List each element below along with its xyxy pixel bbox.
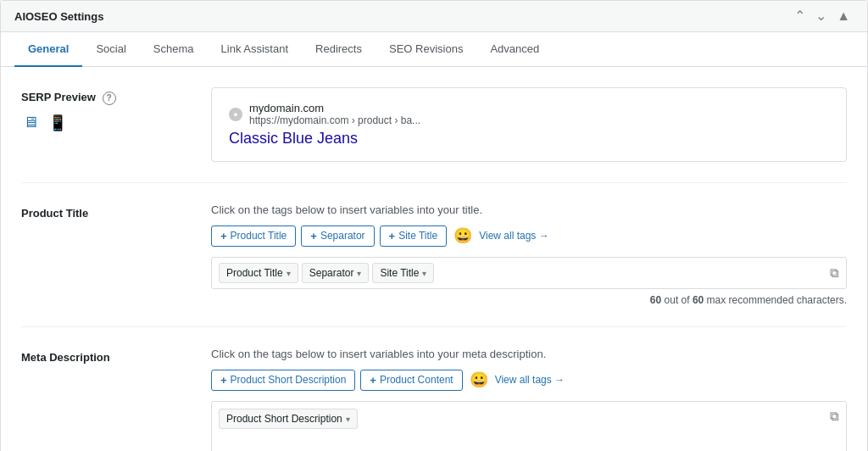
- serp-domain: mydomain.com: [249, 102, 420, 114]
- product-title-section: Product Title Click on the tags below to…: [21, 183, 847, 327]
- title-char-count: 60 out of 60 max recommended characters.: [211, 294, 847, 306]
- serp-favicon: ●: [229, 108, 242, 121]
- tag-product-title[interactable]: + Product Title: [211, 226, 296, 247]
- product-title-tags: + Product Title + Separator + Site Title…: [211, 225, 847, 247]
- desktop-preview-button[interactable]: 🖥: [21, 112, 40, 134]
- serp-preview-body: ● mydomain.com https://mydomain.com › pr…: [211, 87, 847, 162]
- tab-redirects[interactable]: Redirects: [302, 32, 376, 67]
- serp-title: Classic Blue Jeans: [229, 130, 829, 148]
- serp-url-row: ● mydomain.com https://mydomain.com › pr…: [229, 102, 829, 126]
- product-title-input[interactable]: Product Title ▾ Separator ▾ Site Title ▾…: [211, 257, 847, 289]
- dropdown-product-short-desc[interactable]: Product Short Description ▾: [219, 409, 358, 429]
- expand-button[interactable]: ⌄: [812, 8, 830, 25]
- tab-link-assistant[interactable]: Link Assistant: [208, 32, 303, 67]
- meta-description-label: Meta Description: [21, 348, 191, 451]
- meta-description-hint: Click on the tags below to insert variab…: [211, 348, 847, 360]
- serp-breadcrumb: https://mydomain.com › product › ba...: [249, 114, 420, 126]
- meta-description-body: Click on the tags below to insert variab…: [211, 348, 847, 451]
- meta-description-input[interactable]: Product Short Description ▾ ⧉: [211, 401, 847, 451]
- copy-meta-button[interactable]: ⧉: [830, 409, 839, 424]
- fullscreen-button[interactable]: ▲: [833, 8, 854, 25]
- chevron-down-icon: ▾: [357, 269, 361, 278]
- serp-preview-box: ● mydomain.com https://mydomain.com › pr…: [211, 87, 847, 162]
- emoji-picker-meta[interactable]: 😀: [468, 369, 490, 391]
- mobile-preview-button[interactable]: 📱: [47, 112, 69, 134]
- aioseo-panel: AIOSEO Settings ⌃ ⌄ ▲ General Social Sch…: [0, 0, 868, 451]
- panel-header: AIOSEO Settings ⌃ ⌄ ▲: [1, 1, 867, 32]
- view-all-tags-meta[interactable]: View all tags →: [495, 374, 565, 386]
- panel-controls: ⌃ ⌄ ▲: [791, 8, 854, 25]
- serp-help-icon[interactable]: ?: [103, 92, 116, 105]
- tag-product-content[interactable]: + Product Content: [360, 370, 462, 391]
- main-content: SERP Preview ? 🖥 📱 ● mydomain.com https:…: [1, 67, 867, 451]
- meta-description-section: Meta Description Click on the tags below…: [21, 327, 847, 451]
- chevron-down-icon: ▾: [422, 269, 426, 278]
- panel-title: AIOSEO Settings: [14, 10, 103, 23]
- dropdown-site-title[interactable]: Site Title ▾: [372, 263, 434, 283]
- tab-social[interactable]: Social: [82, 32, 139, 67]
- tag-site-title[interactable]: + Site Title: [380, 226, 448, 247]
- serp-domain-block: mydomain.com https://mydomain.com › prod…: [249, 102, 420, 126]
- serp-preview-label: SERP Preview ? 🖥 📱: [21, 87, 191, 162]
- tab-general[interactable]: General: [14, 32, 82, 67]
- collapse-button[interactable]: ⌃: [791, 8, 809, 25]
- tag-product-short-desc[interactable]: + Product Short Description: [211, 370, 355, 391]
- emoji-picker-title[interactable]: 😀: [452, 225, 474, 247]
- dropdown-product-title[interactable]: Product Title ▾: [219, 263, 298, 283]
- serp-preview-section: SERP Preview ? 🖥 📱 ● mydomain.com https:…: [21, 67, 847, 183]
- tab-seo-revisions[interactable]: SEO Revisions: [376, 32, 476, 67]
- view-all-tags-title[interactable]: View all tags →: [479, 230, 548, 242]
- product-title-body: Click on the tags below to insert variab…: [211, 203, 847, 306]
- chevron-down-icon: ▾: [346, 415, 350, 424]
- tabs-bar: General Social Schema Link Assistant Red…: [1, 32, 867, 67]
- copy-title-button[interactable]: ⧉: [830, 265, 839, 281]
- product-title-label: Product Title: [21, 203, 191, 306]
- tab-advanced[interactable]: Advanced: [476, 32, 553, 67]
- meta-description-tags: + Product Short Description + Product Co…: [211, 369, 847, 391]
- product-title-hint: Click on the tags below to insert variab…: [211, 203, 847, 216]
- chevron-down-icon: ▾: [287, 269, 291, 278]
- tab-schema[interactable]: Schema: [140, 32, 208, 67]
- dropdown-separator[interactable]: Separator ▾: [302, 263, 370, 283]
- tag-separator[interactable]: + Separator: [301, 226, 374, 247]
